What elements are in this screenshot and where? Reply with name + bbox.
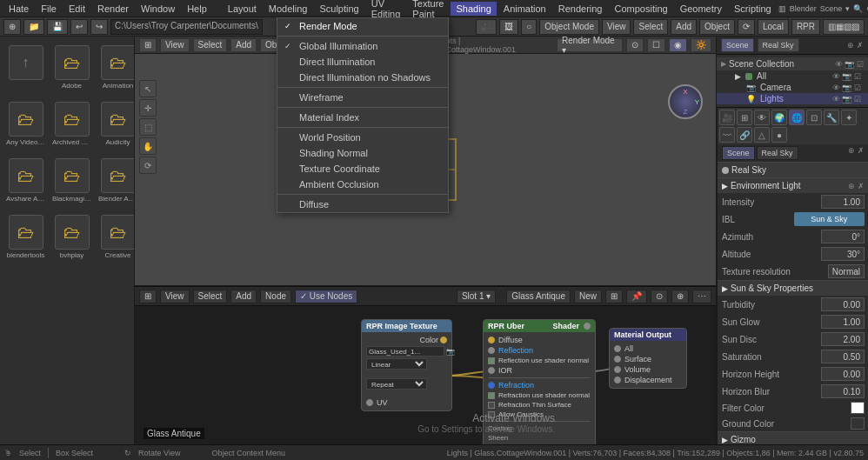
props-tab-render[interactable]: 🎥 <box>719 110 735 125</box>
sky-type-header[interactable]: Real Sky <box>718 162 868 177</box>
avshare-folder[interactable]: 🗁 Avshare Aud... <box>4 154 47 207</box>
filter-color-swatch[interactable] <box>851 402 865 414</box>
dropdown-global-illumination[interactable]: ✓ Global Illumination <box>277 38 448 54</box>
node-interpolation-select[interactable]: Linear <box>366 358 427 370</box>
azimuth-value[interactable]: 0° <box>821 230 865 243</box>
audicity-folder[interactable]: 🗁 Audicity <box>97 97 135 150</box>
animation-folder[interactable]: 🗁 Animation <box>97 41 135 94</box>
view-image-btn[interactable]: 🖼 <box>499 19 518 35</box>
node-pin-btn[interactable]: 📌 <box>626 290 647 303</box>
menu-help[interactable]: Help <box>182 2 212 16</box>
dropdown-shading-normal[interactable]: Shading Normal <box>277 145 448 161</box>
editor-type-btn[interactable]: ○ <box>521 19 537 35</box>
viewport-rendered-btn[interactable]: 🔆 <box>691 38 711 52</box>
node-image-input[interactable] <box>366 346 444 357</box>
add-btn[interactable]: Add <box>671 19 697 35</box>
ground-color-swatch[interactable] <box>851 417 865 430</box>
menu-animation[interactable]: Animation <box>498 2 551 16</box>
node-editor-type[interactable]: ⊞ <box>139 290 157 303</box>
select-btn[interactable]: Select <box>633 19 668 35</box>
creative-folder[interactable]: 🗁 Creative <box>97 210 135 263</box>
rpr-engine-btn[interactable]: RPR <box>791 19 820 35</box>
dropdown-world-position[interactable]: World Position <box>277 130 448 145</box>
grab-tool[interactable]: ✋ <box>139 137 157 155</box>
menu-window[interactable]: Window <box>136 2 180 16</box>
props-tab-scene[interactable]: 🌍 <box>771 110 787 125</box>
node-select-btn[interactable]: Select <box>193 290 228 303</box>
node-image-texture[interactable]: RPR Image Texture Color 📷 <box>361 319 452 411</box>
node-repeat-select[interactable]: Repeat <box>366 378 427 390</box>
socket-diffuse-in[interactable] <box>488 337 495 343</box>
horizon-height-value[interactable]: 0.00 <box>821 367 865 381</box>
anyvideo-folder[interactable]: 🗁 Any Video Co... <box>4 97 47 150</box>
node-image-field[interactable]: 📷 <box>366 345 447 357</box>
node-new-btn[interactable]: New <box>574 290 602 303</box>
node-canvas[interactable]: RPR Image Texture Color 📷 <box>135 306 716 460</box>
viewport-icons[interactable]: ▥▦▧▨ <box>823 19 865 35</box>
socket-ior-in[interactable] <box>488 367 495 374</box>
render-btn[interactable]: 🎥 <box>476 19 497 35</box>
socket-volume-in[interactable] <box>614 366 621 373</box>
viewport-editor-type[interactable]: ⊞ <box>139 38 157 52</box>
socket-surface-in[interactable] <box>614 356 621 363</box>
viewport-render-mode-btn active[interactable]: Render Mode ▾ <box>557 38 623 52</box>
turbidity-value[interactable]: 0.00 <box>821 297 865 311</box>
open-file-btn[interactable]: 📁 <box>23 19 44 35</box>
world-realsky-tab[interactable]: Real Sky <box>757 146 798 160</box>
menu-render[interactable]: Render <box>92 2 134 16</box>
viewport-xray-btn[interactable]: ☐ <box>647 38 665 52</box>
node-view-btn[interactable]: View <box>160 290 190 303</box>
blendertools-folder[interactable]: 🗁 blendertools <box>4 210 47 263</box>
props-tab-modifier[interactable]: 🔧 <box>824 110 839 125</box>
menu-hate[interactable]: Hate <box>3 2 34 16</box>
saturation-value[interactable]: 0.50 <box>821 350 865 363</box>
dropdown-diffuse[interactable]: Diffuse <box>277 197 448 212</box>
socket-shader-out[interactable] <box>584 323 591 330</box>
socket-refraction-in[interactable] <box>488 382 495 389</box>
dropdown-direct-no-shadows[interactable]: Direct Illumination no Shadows <box>277 70 448 85</box>
ibl-btn[interactable]: Sun & Sky <box>794 212 865 226</box>
node-extra-btn[interactable]: ⋯ <box>692 290 711 303</box>
node-snap-btn[interactable]: ⊕ <box>671 290 689 303</box>
props-tab-output[interactable]: ⊞ <box>737 110 752 125</box>
socket-color-out[interactable] <box>440 337 447 343</box>
blackmagic-folder[interactable]: 🗁 Blackmagic ... <box>50 154 93 207</box>
archived-folder[interactable]: 🗁 Archived Te... <box>50 97 93 150</box>
collection-lights-item[interactable]: 💡 Lights 👁 📷 ☑ <box>717 93 868 104</box>
props-tab-material[interactable]: ● <box>771 127 787 143</box>
move-tool[interactable]: ✛ <box>139 99 157 117</box>
dropdown-material-index[interactable]: Material Index <box>277 110 448 125</box>
blenderaddon-folder[interactable]: 🗁 Blender Add... <box>97 154 135 207</box>
menu-compositing[interactable]: Compositing <box>610 2 673 16</box>
redo-btn[interactable]: ↪ <box>90 19 108 35</box>
socket-all-in[interactable] <box>614 345 621 352</box>
file-path[interactable]: C:\Users\Troy Carpenter\Documents\ <box>110 19 263 35</box>
intensity-value[interactable]: 1.00 <box>821 195 865 209</box>
dropdown-render-mode[interactable]: ✓ Render Mode <box>277 18 448 34</box>
collection-camera-item[interactable]: 📷 Camera 👁 📷 ☑ <box>717 82 868 93</box>
real-sky-tab[interactable]: Real Sky <box>758 38 799 52</box>
node-use-nodes-checkbox[interactable]: ✓ Use Nodes <box>295 290 357 303</box>
viewport-select-btn[interactable]: Select <box>193 38 228 52</box>
socket-reflection-in[interactable] <box>488 347 495 354</box>
props-tab-world[interactable]: 🌐 <box>789 110 805 125</box>
adobe-folder[interactable]: 🗁 Adobe <box>50 41 93 94</box>
checkbox-thin-surface[interactable] <box>488 402 495 409</box>
horizon-blur-value[interactable]: 0.10 <box>821 384 865 398</box>
up-arrow-item[interactable]: ↑ <box>4 41 47 94</box>
menu-file[interactable]: File <box>36 2 62 16</box>
altitude-value[interactable]: 30° <box>821 247 865 261</box>
scene-tab[interactable]: Scene <box>721 38 754 52</box>
collection-all-item[interactable]: ▶ All 👁 📷 ☑ <box>717 70 868 82</box>
viewport-view-btn[interactable]: View <box>160 38 190 52</box>
viewport-add-btn[interactable]: Add <box>230 38 257 52</box>
object-btn[interactable]: Object <box>699 19 735 35</box>
new-file-btn[interactable]: ⊕ <box>3 19 21 35</box>
menu-modeling[interactable]: Modeling <box>264 2 313 16</box>
render-mode-dropdown[interactable]: ✓ Render Mode ✓ Global Illumination Dire… <box>277 17 449 213</box>
checkbox-refr-normal[interactable] <box>488 392 495 399</box>
undo-btn[interactable]: ↩ <box>70 19 88 35</box>
menu-scripting[interactable]: Scripting <box>729 2 777 16</box>
cursor-tool[interactable]: ↖ <box>139 80 157 97</box>
viewport-material-preview-btn[interactable]: ◉ <box>669 38 687 52</box>
